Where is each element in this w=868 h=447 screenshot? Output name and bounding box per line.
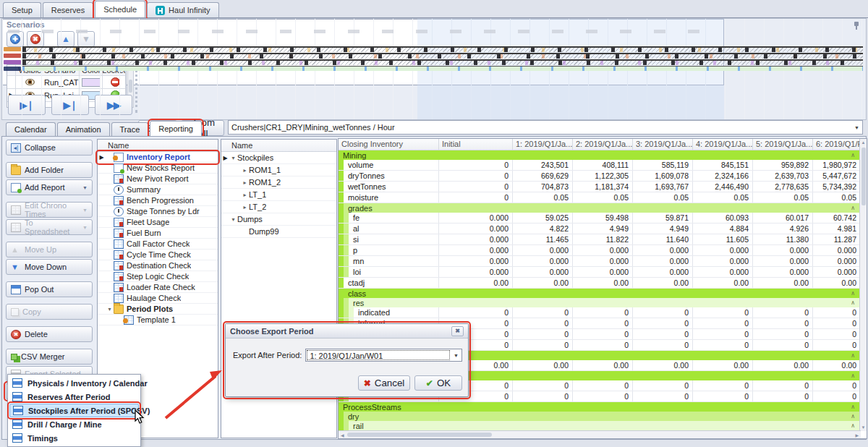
inventory-data-row[interactable]: volume0243,501408,111585,119845,151959,8… — [339, 160, 861, 171]
value-cell: 11.287 — [813, 234, 861, 244]
tab-reserves[interactable]: Reserves — [43, 2, 93, 17]
report-tree-item[interactable]: Summary — [98, 184, 218, 195]
tab-setup[interactable]: Setup — [3, 2, 41, 17]
location-tree-item[interactable]: ▶▾Stockpiles — [221, 152, 336, 164]
inventory-section-header[interactable]: dry∧ — [339, 412, 861, 421]
pop-out-button[interactable]: Pop Out — [6, 281, 93, 297]
collapse-caret-icon[interactable]: ∧ — [851, 205, 855, 211]
value-cell: 0 — [439, 160, 513, 170]
period-column-header[interactable]: 1: 2019/Q1/Ja... — [513, 139, 573, 150]
report-tree-item[interactable]: New Pivot Report — [98, 174, 218, 184]
collapse-caret-icon[interactable]: ∧ — [851, 152, 855, 158]
period-column-header[interactable]: Initial — [439, 139, 513, 150]
collapse-button[interactable]: Collapse — [6, 140, 93, 156]
dialog-title-bar[interactable]: Choose Export Period ✖ — [226, 324, 468, 339]
location-tree-item[interactable]: ▸LT_1 — [221, 189, 336, 201]
report-tree-item[interactable]: Step Logic Check — [98, 271, 218, 282]
menu-item-drill-charge-mine[interactable]: Drill / Charge / Mine — [9, 417, 139, 431]
measure-label: p — [349, 245, 439, 255]
report-tree-item[interactable]: Loader Rate Check — [98, 282, 218, 293]
ok-button[interactable]: ✔OK — [414, 375, 462, 391]
period-column-header[interactable]: 4: 2019/Q1/Ja... — [693, 139, 753, 150]
move-down-button[interactable]: Move Down — [6, 259, 93, 275]
menu-item-reserves-after-period[interactable]: Reserves After Period — [9, 390, 139, 404]
tab-calendar[interactable]: Calendar — [6, 122, 56, 136]
to-spreadsheet-button[interactable]: To Spreadsheet▼ — [6, 219, 93, 235]
collapse-caret-icon[interactable]: ∧ — [851, 422, 855, 429]
schedule-gantt-chart[interactable] — [2, 19, 724, 85]
report-tree-item[interactable]: Call Factor Check — [98, 239, 218, 250]
inventory-data-row[interactable]: al0.0004.8224.9494.9494.8844.9264.981 — [339, 224, 861, 234]
inventory-data-row[interactable]: moisture00.050.050.050.050.050.05 — [339, 192, 861, 203]
report-tree-item[interactable]: Haulage Check — [98, 293, 218, 304]
value-cell: 1,609,078 — [633, 171, 693, 181]
csv-merger-button[interactable]: CSV Merger — [6, 349, 93, 365]
period-column-header[interactable]: 5: 2019/Q1/Ja... — [753, 139, 813, 150]
collapse-caret-icon[interactable]: ∧ — [851, 352, 855, 359]
inventory-data-row[interactable]: wetTonnes0704,8731,181,3741,693,7672,446… — [339, 182, 861, 192]
value-cell: 0 — [813, 340, 861, 350]
collapse-caret-icon[interactable]: ∧ — [851, 413, 855, 420]
report-tree-item[interactable]: ▶Inventory Report — [98, 152, 218, 163]
delete-button[interactable]: Delete — [6, 326, 93, 342]
add-folder-button[interactable]: Add Folder — [6, 162, 93, 178]
location-tree-header: Name — [221, 140, 336, 152]
cancel-button[interactable]: ✖Cancel — [358, 375, 410, 391]
location-tree-item[interactable]: ▸ROM1_1 — [221, 164, 336, 176]
add-report-button[interactable]: Add Report▼ — [6, 179, 93, 195]
period-column-header[interactable]: 3: 2019/Q1/Ja... — [633, 139, 693, 150]
tab-animation[interactable]: Animation — [57, 122, 110, 136]
period-column-header[interactable]: 2: 2019/Q1/Ja... — [573, 139, 633, 150]
menu-item-stockpiles-after-period-spcsv-[interactable]: Stockpiles After Period (SPCSV) — [9, 404, 139, 417]
inventory-vertical-scrollbar[interactable]: ▲▼ — [859, 139, 867, 431]
value-cell: 0.000 — [813, 245, 861, 255]
inventory-data-row[interactable]: ctadj0.000.000.000.000.000.000.00 — [339, 278, 861, 289]
inventory-data-row[interactable]: loi0.0000.0000.0000.0000.0000.0000.000 — [339, 267, 861, 278]
collapse-caret-icon[interactable]: ∧ — [851, 299, 855, 306]
inventory-data-row[interactable]: mn0.0000.0000.0000.0000.0000.0000.000 — [339, 256, 861, 267]
period-column-header[interactable]: 6: 2019/Q1/Feb — [813, 139, 861, 150]
collapse-caret-icon[interactable]: ∧ — [851, 290, 855, 297]
location-tree-item[interactable]: Dump99 — [221, 226, 336, 238]
inventory-section-header[interactable]: res∧ — [339, 298, 861, 307]
report-tree-item[interactable]: Fleet Usage — [98, 217, 218, 228]
inventory-horizontal-scrollbar[interactable]: ◀▶ — [339, 430, 861, 438]
location-tree-item[interactable]: ▸ROM1_2 — [221, 176, 336, 189]
inventory-section-header[interactable]: rail∧ — [339, 421, 861, 430]
inventory-data-row[interactable]: fe0.00059.02559.49859.87160.09360.01760.… — [339, 213, 861, 224]
report-tree-item[interactable]: New Stocks Report — [98, 163, 218, 174]
inventory-data-row[interactable]: p0.0000.0000.0000.0000.0000.0000.000 — [339, 245, 861, 256]
inventory-data-row[interactable]: si0.00011.46511.82211.64011.60511.38011.… — [339, 234, 861, 245]
report-tree-item[interactable]: ▾Period Plots — [98, 304, 218, 315]
inventory-data-row[interactable]: dryTonnes0669,6291,122,3051,609,0782,324… — [339, 171, 861, 182]
collapse-caret-icon[interactable]: ∧ — [851, 404, 855, 410]
report-tree-item[interactable]: Template 1 — [98, 315, 218, 325]
report-tree-item[interactable]: Cycle Time Check — [98, 250, 218, 260]
location-tree-item[interactable]: ▸LT_2 — [221, 201, 336, 213]
tab-trace[interactable]: Trace — [111, 122, 149, 136]
tab-schedule[interactable]: Schedule — [95, 1, 145, 17]
value-cell: 0.000 — [513, 256, 573, 266]
inventory-section-header[interactable]: Mining∧ — [339, 150, 861, 160]
report-tree-item[interactable]: Bench Progression — [98, 195, 218, 206]
inventory-section-header[interactable]: grades∧ — [339, 203, 861, 213]
menu-item-physicals-inventory-calendar[interactable]: Physicals / Inventory / Calendar — [9, 376, 139, 390]
tab-reporting[interactable]: Reporting — [150, 121, 202, 136]
move-up-button[interactable]: Move Up — [6, 242, 93, 257]
value-cell: 0 — [633, 340, 693, 350]
report-tree-item[interactable]: Fuel Burn — [98, 228, 218, 239]
inventory-section-header[interactable]: ProcessStreams∧ — [339, 402, 861, 412]
edit-chrono-times-button[interactable]: Edit Chrono Times▼ — [6, 202, 93, 218]
location-tree-item[interactable]: ▾Dumps — [221, 213, 336, 226]
report-tree-item[interactable]: Stage Tonnes by Ldr — [98, 206, 218, 217]
export-period-combobox[interactable]: 1: 2019/Q1/Jan/W01 ▼ — [305, 349, 462, 362]
menu-item-timings[interactable]: Timings — [9, 431, 139, 445]
tab-haul-infinity[interactable]: Haul Infinity — [147, 2, 218, 17]
report-tree-item[interactable]: Destination Check — [98, 260, 218, 271]
dialog-close-button[interactable]: ✖ — [451, 326, 464, 336]
inventory-section-header[interactable]: class∧ — [339, 289, 861, 298]
inventory-data-row[interactable]: indicated0000000 — [339, 307, 861, 318]
copy-button[interactable]: Copy — [6, 304, 93, 320]
section-label: res — [353, 299, 364, 307]
collapse-caret-icon[interactable]: ∧ — [851, 372, 855, 379]
